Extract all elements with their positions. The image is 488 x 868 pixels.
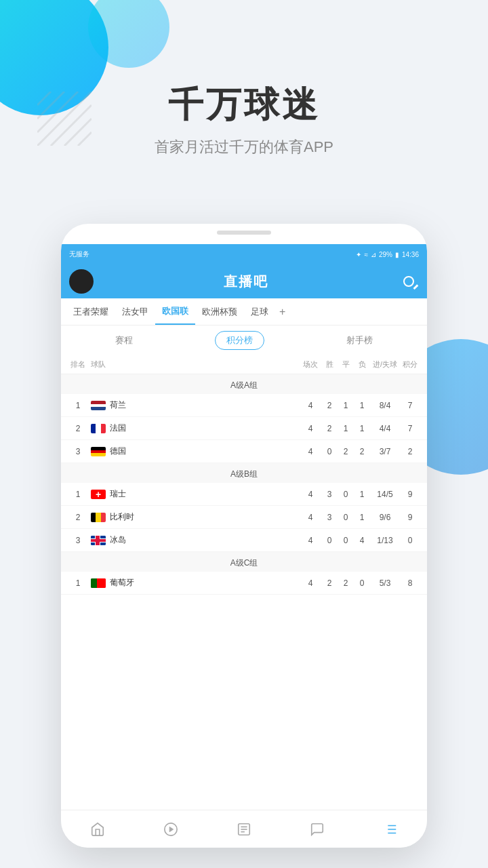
phone-inner: 无服务 ✦ ≈ ⊿ 29% ▮ 14:36 直播吧 王者荣耀 法女甲 欧国联 欧…	[61, 244, 427, 848]
header-loss: 负	[354, 359, 370, 370]
news-icon	[236, 821, 252, 837]
tab-more[interactable]: +	[275, 298, 289, 325]
play-icon	[163, 821, 179, 837]
battery-text: 29%	[379, 251, 392, 258]
bottom-nav-news[interactable]	[207, 810, 281, 848]
sub-tabs: 赛程 积分榜 射手榜	[61, 326, 427, 355]
tab-football[interactable]: 足球	[244, 298, 275, 325]
header-win: 胜	[321, 359, 338, 370]
flag-be	[91, 513, 106, 522]
time: 14:36	[402, 251, 419, 258]
svg-marker-8	[169, 827, 174, 831]
subtab-scorers[interactable]: 射手榜	[336, 332, 384, 349]
tab-euronl[interactable]: 欧国联	[155, 298, 195, 325]
bottom-nav-chat[interactable]	[281, 810, 354, 848]
table-row: 3 德国 4 0 2 2 3/7 2	[61, 440, 427, 463]
tab-euro[interactable]: 欧洲杯预	[195, 298, 244, 325]
header-area: 千万球迷 首家月活过千万的体育APP	[0, 81, 488, 157]
phone-notch	[217, 231, 271, 235]
nav-tabs: 王者荣耀 法女甲 欧国联 欧洲杯预 足球 +	[61, 298, 427, 326]
tab-fanv[interactable]: 法女甲	[115, 298, 155, 325]
flag-pt	[91, 578, 106, 588]
signal-icon: ⊿	[371, 251, 376, 258]
table-row: 2 比利时 4 3 0 1 9/6 9	[61, 506, 427, 529]
sub-title: 首家月活过千万的体育APP	[0, 137, 488, 157]
status-carrier: 无服务	[69, 250, 89, 259]
main-title: 千万球迷	[0, 81, 488, 129]
subtab-standings[interactable]: 积分榜	[215, 331, 264, 350]
bottom-nav-home[interactable]	[61, 810, 134, 848]
bottom-nav-play[interactable]	[134, 810, 207, 848]
tab-wangzhe[interactable]: 王者荣耀	[66, 298, 115, 325]
table-row: 3 冰岛 4 0 0 4 1/13 0	[61, 529, 427, 552]
status-info: ✦ ≈ ⊿ 29% ▮ 14:36	[356, 251, 419, 258]
table-row: 1 荷兰 4 2 1 1 8/4 7	[61, 394, 427, 417]
search-icon	[403, 276, 414, 287]
home-icon	[89, 821, 106, 837]
flag-is	[91, 536, 106, 545]
group-a-header: A级A组	[61, 374, 427, 394]
app-title: 直播吧	[224, 273, 268, 291]
list-icon	[382, 821, 399, 837]
app-header: 直播吧	[61, 264, 427, 298]
status-bar: 无服务 ✦ ≈ ⊿ 29% ▮ 14:36	[61, 244, 427, 264]
header-rank: 排名	[68, 359, 88, 370]
table-row: 1 葡萄牙 4 2 2 0 5/3 8	[61, 572, 427, 595]
flag-nl	[91, 401, 106, 410]
battery-icon: ▮	[395, 251, 399, 258]
subtab-schedule[interactable]: 赛程	[104, 332, 144, 349]
phone-mockup: 无服务 ✦ ≈ ⊿ 29% ▮ 14:36 直播吧 王者荣耀 法女甲 欧国联 欧…	[61, 224, 427, 848]
header-draw: 平	[338, 359, 354, 370]
table-row: 2 法国 4 2 1 1 4/4 7	[61, 417, 427, 440]
app-logo	[69, 269, 94, 294]
bottom-nav	[61, 810, 427, 848]
table-header: 排名 球队 场次 胜 平 负 进/失球 积分	[61, 355, 427, 374]
wifi-icon: ≈	[364, 251, 368, 258]
bottom-nav-list[interactable]	[354, 810, 427, 848]
table-row: 1 瑞士 4 3 0 1 14/5 9	[61, 483, 427, 506]
bluetooth-icon: ✦	[356, 251, 361, 258]
flag-fr	[91, 424, 106, 433]
search-button[interactable]	[399, 271, 419, 292]
flag-de	[91, 447, 106, 456]
group-b-header: A级B组	[61, 463, 427, 483]
chat-icon	[309, 821, 325, 837]
header-games: 场次	[300, 359, 321, 370]
header-pts: 积分	[400, 359, 420, 370]
header-goals: 进/失球	[370, 359, 400, 370]
header-team: 球队	[88, 359, 300, 370]
flag-ch	[91, 490, 106, 499]
group-c-header: A级C组	[61, 552, 427, 572]
